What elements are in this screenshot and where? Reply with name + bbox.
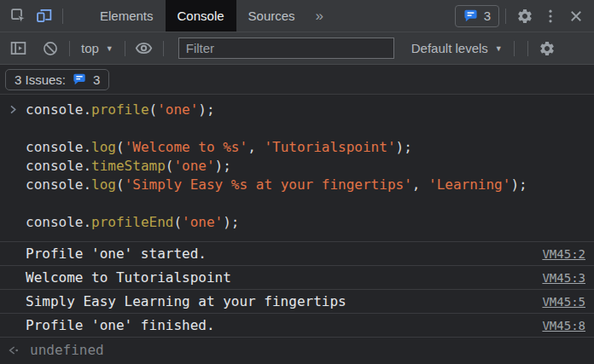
- console-command-line: console.log('Welcome to %s', 'Tutorialsp…: [26, 138, 527, 157]
- console-message-row: Profile 'one' finished.VM45:8: [0, 313, 594, 337]
- console-command-line: console.profileEnd('one');: [26, 213, 527, 232]
- code-token-str: 'Tutorialspoint': [264, 139, 395, 155]
- console-output-list: Profile 'one' started.VM45:2Welcome to T…: [0, 241, 594, 337]
- settings-button[interactable]: [512, 4, 538, 28]
- issues-label: 3 Issues:: [15, 72, 66, 87]
- console-command-line: console.profile('one');: [26, 101, 527, 119]
- code-token-pun: );: [215, 158, 231, 174]
- console-sidebar-icon: [9, 39, 27, 57]
- code-token-pun: ,: [412, 176, 428, 193]
- eye-icon: [135, 39, 153, 57]
- main-toolbar: Elements Console Sources » 3: [0, 0, 594, 32]
- source-location-link[interactable]: VM45:5: [542, 295, 585, 309]
- code-token-str: 'Welcome to %s': [125, 139, 248, 155]
- console-message-text: Profile 'one' finished.: [26, 317, 215, 333]
- console-message-row: Profile 'one' started.VM45:2: [0, 241, 594, 265]
- console-settings-button[interactable]: [534, 37, 560, 61]
- context-label: top: [81, 41, 99, 55]
- code-token-str: 'one': [182, 214, 223, 230]
- code-token-pun: (: [166, 158, 174, 174]
- console-command-line: [26, 119, 527, 138]
- console-command-line: [26, 194, 527, 213]
- code-token-pun: );: [198, 101, 214, 118]
- message-bubble-icon: [463, 9, 478, 23]
- clear-console-button[interactable]: [38, 37, 63, 61]
- clear-console-icon: [42, 40, 59, 57]
- code-token-fn: log: [91, 139, 116, 155]
- issues-counter-button[interactable]: 3 Issues: 3: [5, 69, 109, 90]
- result-value: undefined: [30, 342, 104, 358]
- inspect-icon: [9, 7, 27, 25]
- javascript-context-selector[interactable]: top ▼: [76, 41, 119, 55]
- code-token-str: 'Simply Easy %s at your fingertips': [125, 176, 412, 193]
- code-token-pun: .: [83, 139, 91, 155]
- chevron-down-icon: ▼: [495, 44, 503, 53]
- console-messages: console.profile('one'); console.log('Wel…: [0, 95, 594, 362]
- close-icon: [568, 9, 584, 24]
- divider: [125, 41, 125, 56]
- console-message-row: Welcome to TutorialspointVM45:3: [0, 265, 594, 289]
- code-token-pun: (: [149, 101, 158, 118]
- gear-icon: [516, 8, 533, 25]
- console-toolbar: top ▼ Default levels ▼: [0, 32, 594, 65]
- command-code: console.profile('one'); console.log('Wel…: [26, 101, 527, 232]
- code-token-pun: ,: [248, 139, 264, 155]
- code-token-pun: .: [83, 176, 91, 193]
- code-token-pun: (: [116, 139, 125, 155]
- panel-tabs: Elements Console Sources: [88, 0, 307, 32]
- divider: [62, 9, 63, 24]
- console-message-text: Welcome to Tutorialspoint: [26, 269, 231, 286]
- code-token-str: 'Learning': [428, 176, 510, 193]
- code-token-str: 'one': [157, 101, 198, 118]
- source-location-link[interactable]: VM45:3: [542, 271, 585, 285]
- code-token-pun: );: [396, 139, 412, 155]
- chevron-down-icon: ▼: [106, 44, 114, 53]
- source-location-link[interactable]: VM45:8: [542, 319, 585, 332]
- code-token-obj: console: [26, 139, 83, 155]
- device-toolbar-icon: [35, 7, 53, 25]
- return-value-icon: [7, 344, 20, 357]
- console-command-line: console.timeStamp('one');: [26, 157, 527, 176]
- prompt-column: [0, 101, 26, 232]
- issues-bar: 3 Issues: 3: [0, 65, 594, 95]
- console-command: console.profile('one'); console.log('Wel…: [0, 95, 594, 241]
- log-levels-dropdown[interactable]: Default levels ▼: [406, 41, 508, 55]
- more-tabs-button[interactable]: »: [307, 8, 332, 25]
- console-command-line: console.log('Simply Easy %s at your fing…: [26, 176, 527, 194]
- console-messages-button[interactable]: 3: [455, 5, 499, 27]
- gear-icon: [539, 40, 556, 57]
- code-token-obj: console: [26, 176, 83, 193]
- log-levels-label: Default levels: [411, 41, 488, 55]
- code-token-fn: log: [91, 176, 116, 193]
- tab-sources[interactable]: Sources: [236, 0, 307, 32]
- console-message-row: Simply Easy Learning at your fingertipsV…: [0, 289, 594, 313]
- divider: [505, 9, 506, 24]
- chevron-right-icon: [7, 103, 20, 116]
- filter-input[interactable]: [178, 38, 394, 59]
- code-token-pun: (: [173, 214, 182, 230]
- code-token-pun: .: [83, 214, 91, 230]
- code-token-fn: profile: [91, 101, 148, 118]
- toggle-device-toolbar-button[interactable]: [31, 4, 56, 28]
- tab-console[interactable]: Console: [166, 0, 236, 32]
- code-token-obj: console: [26, 101, 83, 118]
- devtools-window: Elements Console Sources » 3: [0, 0, 594, 364]
- close-devtools-button[interactable]: [563, 4, 589, 28]
- tab-elements[interactable]: Elements: [88, 0, 166, 32]
- code-token-pun: );: [510, 176, 527, 193]
- kebab-menu-icon: [542, 8, 559, 25]
- issues-count: 3: [93, 72, 100, 87]
- source-location-link[interactable]: VM45:2: [542, 247, 585, 261]
- more-options-button[interactable]: [538, 4, 563, 28]
- create-live-expression-button[interactable]: [131, 37, 157, 61]
- code-token-obj: console: [26, 158, 83, 174]
- divider: [163, 41, 164, 56]
- code-token-pun: .: [83, 158, 91, 174]
- code-token-fn: timeStamp: [91, 158, 166, 174]
- divider: [527, 41, 528, 56]
- code-token-obj: console: [26, 214, 83, 230]
- inspect-element-button[interactable]: [5, 4, 31, 28]
- show-console-sidebar-button[interactable]: [5, 37, 31, 61]
- message-bubble-icon: [73, 72, 86, 86]
- divider: [514, 41, 515, 56]
